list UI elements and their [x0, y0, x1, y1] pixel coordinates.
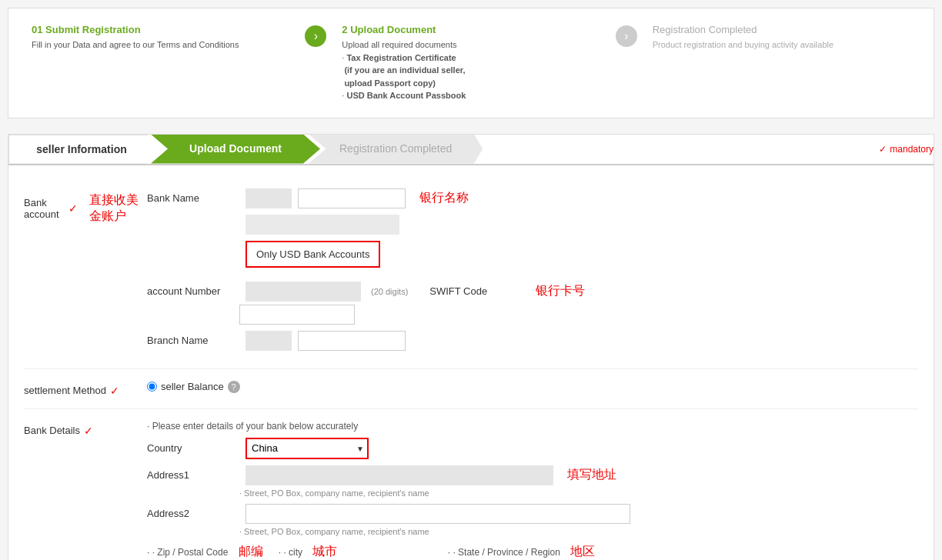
- swift-code-input[interactable]: [239, 305, 355, 325]
- bank-name-label: Bank Name: [147, 192, 239, 204]
- settlement-required: ✓: [110, 385, 119, 397]
- bank-details-label: Bank Details ✓: [24, 421, 147, 437]
- account-number-label: account Number: [147, 285, 239, 297]
- location-row: [147, 215, 918, 235]
- settlement-label: settlement Method ✓: [24, 381, 147, 397]
- swift-code-label: SWIFT Code: [429, 285, 522, 297]
- step2-desc: Upload all required documents · Tax Regi…: [342, 38, 600, 102]
- annotation-zip-cn: 邮编: [239, 545, 263, 558]
- bank-name-row: Bank Name 银行名称: [147, 188, 918, 208]
- bank-account-content: Bank Name 银行名称 Only USD Bank A: [147, 188, 918, 357]
- account-number-row: account Number (20 digits) SWIFT Code 银行…: [147, 282, 918, 325]
- address2-hint: · Street, PO Box, company name, recipien…: [239, 527, 918, 536]
- branch-name-input-1[interactable]: [246, 331, 292, 351]
- question-badge[interactable]: ?: [228, 381, 240, 393]
- address2-row: Address2 · Street, PO Box, company name,…: [147, 504, 918, 536]
- step2-arrow: ›: [616, 25, 637, 47]
- tab-seller-information[interactable]: seller Information: [8, 135, 162, 164]
- step-1: 01 Submit Registration Fill in your Data…: [32, 24, 289, 52]
- annotation-bank-name-cn: 银行名称: [419, 190, 469, 206]
- branch-name-label: Branch Name: [147, 335, 239, 346]
- country-label: Country: [147, 442, 239, 454]
- country-select-wrapper[interactable]: China: [246, 438, 369, 459]
- step3-desc: Product registration and buying activity…: [653, 38, 910, 52]
- zip-group: · Zip / Postal Code 邮编: [147, 544, 263, 561]
- bank-account-required: ✓: [68, 202, 78, 215]
- annotation-city-cn: 城市: [312, 545, 337, 558]
- step1-arrow: ›: [305, 25, 326, 47]
- usd-bank-row: Only USD Bank Accounts: [147, 241, 918, 275]
- branch-name-row: Branch Name: [147, 331, 918, 351]
- mandatory-indicator: ✓ mandatory: [879, 135, 934, 164]
- usd-bank-box: Only USD Bank Accounts: [246, 241, 380, 268]
- step1-desc: Fill in your Data and agree to our Terms…: [32, 38, 289, 52]
- address1-input[interactable]: [246, 465, 553, 485]
- progress-tabs: seller Information Upload Document Regis…: [8, 135, 934, 165]
- step3-title: Registration Completed: [653, 24, 910, 35]
- bank-account-section: Bank account ✓ 直接收美金账户 Bank Name 银行名称: [24, 177, 918, 369]
- step1-title: 01 Submit Registration: [32, 24, 289, 35]
- digits-hint: (20 digits): [371, 287, 408, 296]
- bank-name-input-2[interactable]: [298, 188, 406, 208]
- city-label: · city 城市: [279, 544, 433, 560]
- state-label: · State / Province / Region 地区: [448, 544, 595, 560]
- step-2: 2 Upload Document Upload all required do…: [342, 24, 600, 102]
- tab-registration-completed[interactable]: Registration Completed: [309, 135, 483, 164]
- address1-hint: · Street, PO Box, company name, recipien…: [239, 488, 918, 498]
- form-body: Bank account ✓ 直接收美金账户 Bank Name 银行名称: [8, 165, 934, 561]
- main-form: seller Information Upload Document Regis…: [8, 134, 934, 561]
- settlement-section: settlement Method ✓ seller Balance ?: [24, 369, 918, 409]
- step-3: Registration Completed Product registrat…: [653, 24, 910, 52]
- address1-label: Address1: [147, 469, 239, 481]
- bank-details-content: · Please enter details of your bank belo…: [147, 421, 918, 561]
- state-group: · State / Province / Region 地区: [448, 544, 595, 561]
- country-select[interactable]: China: [246, 438, 369, 459]
- branch-name-input-2[interactable]: [298, 331, 406, 351]
- settlement-content: seller Balance ?: [147, 381, 918, 393]
- annotation-usd-cn: 直接收美金账户: [89, 192, 147, 225]
- bank-details-note: · Please enter details of your bank belo…: [147, 421, 918, 432]
- bank-account-label: Bank account ✓ 直接收美金账户: [24, 188, 147, 225]
- seller-balance-option[interactable]: seller Balance ?: [147, 381, 918, 393]
- annotation-state-cn: 地区: [570, 545, 595, 558]
- address2-input[interactable]: [246, 504, 630, 524]
- annotation-address-cn: 填写地址: [567, 467, 616, 483]
- bank-details-required: ✓: [84, 425, 93, 437]
- bank-name-input-1[interactable]: [246, 188, 292, 208]
- annotation-swift-cn: 银行卡号: [536, 283, 585, 299]
- zip-label: · Zip / Postal Code 邮编: [147, 544, 263, 560]
- address1-row: Address1 填写地址 · Street, PO Box, company …: [147, 465, 918, 498]
- zip-city-state-row: · Zip / Postal Code 邮编 · city 城市: [147, 544, 918, 561]
- bank-details-section: Bank Details ✓ · Please enter details of…: [24, 409, 918, 561]
- city-group: · city 城市: [279, 544, 433, 561]
- seller-balance-radio[interactable]: [147, 382, 157, 392]
- location-input[interactable]: [246, 215, 399, 235]
- country-row: Country China: [147, 438, 918, 459]
- account-number-input[interactable]: [246, 282, 361, 302]
- tab-upload-document[interactable]: Upload Document: [151, 135, 320, 164]
- step2-title: 2 Upload Document: [342, 24, 600, 35]
- address2-label: Address2: [147, 508, 239, 519]
